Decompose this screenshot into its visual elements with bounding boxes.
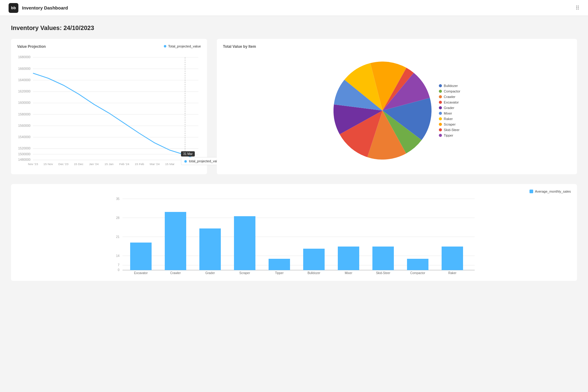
legend-label-compactor: Compactor	[444, 89, 460, 93]
legend-label-mixer: Mixer	[444, 111, 452, 115]
line-tooltip: 31 Mar total_projected_value: 1499118	[181, 151, 195, 157]
bar-legend-label: Average_monthly_sales	[535, 190, 571, 193]
svg-text:Mixer: Mixer	[345, 271, 352, 275]
legend-dot-grader	[439, 106, 442, 109]
legend-dot-mixer	[439, 112, 442, 115]
bar-scraper	[234, 216, 255, 270]
grid-menu-icon[interactable]: ⠿	[575, 5, 579, 11]
svg-text:Dec '23: Dec '23	[58, 162, 69, 166]
pie-chart-panel: Total Value by Item	[217, 39, 577, 174]
line-chart-panel: Value Projection Total_projected_value 1…	[11, 39, 207, 174]
legend-tipper: Tipper	[439, 134, 460, 137]
legend-grader: Grader	[439, 106, 460, 110]
svg-text:Tipper: Tipper	[275, 271, 284, 275]
legend-dot-excavator	[439, 101, 442, 104]
legend-label-crawler: Crawler	[444, 95, 455, 99]
bar-mixer	[338, 247, 359, 270]
svg-text:Compactor: Compactor	[410, 271, 426, 275]
legend-dot-tipper	[439, 134, 442, 137]
line-chart-svg: 1680000 1660000 1640000 1620000 1600000 …	[17, 52, 201, 169]
legend-dot-scraper	[439, 123, 442, 126]
line-legend-label: Total_projected_value	[168, 44, 201, 48]
line-chart-container: 1680000 1660000 1640000 1620000 1600000 …	[17, 52, 201, 169]
svg-text:1480000: 1480000	[18, 158, 30, 161]
legend-label-skid-steer: Skid-Steer	[444, 128, 459, 132]
legend-dot-compactor	[439, 90, 442, 93]
svg-text:Nov '23: Nov '23	[28, 162, 38, 166]
bar-legend-dot	[530, 190, 533, 193]
legend-crawler: Crawler	[439, 95, 460, 99]
bar-legend: Average_monthly_sales	[17, 190, 571, 193]
svg-text:31 Mar: 31 Mar	[186, 162, 195, 166]
legend-label-tipper: Tipper	[444, 134, 453, 137]
bar-raker	[442, 247, 463, 270]
svg-text:1680000: 1680000	[18, 55, 30, 59]
svg-text:1640000: 1640000	[18, 78, 30, 82]
bar-crawler	[165, 212, 186, 270]
svg-text:Skid-Steer: Skid-Steer	[376, 271, 390, 275]
legend-excavator: Excavator	[439, 100, 460, 104]
legend-raker: Raker	[439, 117, 460, 121]
legend-compactor: Compactor	[439, 89, 460, 93]
svg-text:7: 7	[118, 263, 119, 267]
pie-chart-title: Total Value by Item	[223, 44, 571, 49]
legend-dot-raker	[439, 117, 442, 120]
svg-text:1660000: 1660000	[18, 67, 30, 70]
line-legend-dot	[164, 45, 166, 47]
svg-text:Jan '24: Jan '24	[89, 162, 99, 166]
svg-text:Mar '24: Mar '24	[150, 162, 160, 166]
bar-grader	[199, 228, 221, 270]
legend-label-bulldozer: Bulldozer	[444, 84, 458, 88]
svg-text:15 Feb: 15 Feb	[135, 162, 144, 166]
svg-text:1500000: 1500000	[18, 153, 30, 156]
svg-text:14: 14	[116, 254, 120, 258]
svg-text:Excavator: Excavator	[134, 271, 148, 275]
svg-text:15 Dec: 15 Dec	[74, 162, 83, 166]
svg-text:35: 35	[116, 197, 120, 201]
legend-mixer: Mixer	[439, 111, 460, 115]
legend-label-scraper: Scraper	[444, 123, 456, 126]
svg-text:Bulldozer: Bulldozer	[307, 271, 320, 275]
line-legend: Total_projected_value	[164, 44, 201, 48]
svg-text:Scraper: Scraper	[239, 271, 250, 275]
svg-text:0: 0	[118, 268, 119, 272]
svg-text:1600000: 1600000	[18, 101, 30, 104]
pie-legend: Bulldozer Compactor Crawler Excavat	[439, 84, 460, 137]
svg-text:15 Jan: 15 Jan	[104, 162, 113, 166]
svg-text:15 Nov: 15 Nov	[43, 162, 53, 166]
pie-chart-container: Bulldozer Compactor Crawler Excavat	[223, 52, 571, 169]
main-content: Inventory Values: 24/10/2023 $1653140 CU…	[0, 16, 588, 289]
bar-chart-panel: Average_monthly_sales 35 28 21 14 7	[11, 184, 577, 281]
tooltip-date: 31 Mar	[181, 151, 195, 156]
legend-scraper: Scraper	[439, 123, 460, 126]
bar-tipper	[269, 259, 290, 270]
svg-text:21: 21	[116, 235, 120, 239]
legend-dot-bulldozer	[439, 84, 442, 87]
svg-text:28: 28	[116, 216, 120, 220]
top-charts-row: Value Projection Total_projected_value 1…	[11, 39, 577, 174]
svg-point-23	[197, 158, 200, 161]
svg-text:15 Mar: 15 Mar	[165, 162, 175, 166]
svg-text:1540000: 1540000	[18, 135, 30, 139]
bar-skid-steer	[372, 247, 394, 270]
bar-chart-container: 35 28 21 14 7 0 Excavato	[17, 196, 571, 275]
svg-text:Grader: Grader	[205, 271, 215, 275]
topbar: bb Inventory Dashboard ⠿	[0, 0, 588, 16]
legend-skid-steer: Skid-Steer	[439, 128, 460, 132]
legend-dot-crawler	[439, 95, 442, 98]
legend-label-excavator: Excavator	[444, 100, 459, 104]
legend-label-grader: Grader	[444, 106, 454, 110]
bar-bulldozer	[303, 249, 325, 270]
bar-compactor	[407, 259, 428, 270]
legend-dot-skid-steer	[439, 128, 442, 131]
svg-text:1580000: 1580000	[18, 113, 30, 116]
svg-text:1520000: 1520000	[18, 147, 30, 150]
legend-bulldozer: Bulldozer	[439, 84, 460, 88]
svg-text:Raker: Raker	[448, 271, 457, 275]
logo-icon: bb	[9, 3, 18, 13]
pie-chart-svg	[334, 62, 432, 160]
svg-text:Feb '24: Feb '24	[119, 162, 129, 166]
page-title: Inventory Values: 24/10/2023	[11, 24, 577, 32]
topbar-left: bb Inventory Dashboard	[9, 3, 68, 13]
svg-text:1560000: 1560000	[18, 124, 30, 127]
